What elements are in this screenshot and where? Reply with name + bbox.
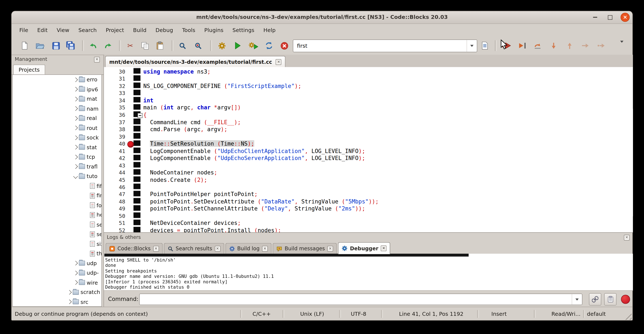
code-line[interactable]	[143, 162, 633, 169]
menu-debug[interactable]: Debug	[151, 24, 178, 37]
combo-chevron-icon[interactable]	[466, 40, 477, 52]
code-line[interactable]: NetDeviceContainer devices;	[143, 220, 633, 227]
find-button[interactable]	[177, 40, 188, 52]
menu-plugins[interactable]: Plugins	[200, 24, 228, 37]
code-line[interactable]: {	[143, 112, 633, 119]
code-line[interactable]: cmd.Parse (argc, argv);	[143, 126, 633, 133]
chevron-right-icon[interactable]	[73, 116, 78, 121]
chevron-right-icon[interactable]	[73, 280, 78, 285]
breakpoint-icon[interactable]	[127, 141, 134, 148]
resize-grip[interactable]	[624, 312, 632, 320]
close-button[interactable]: ×	[620, 13, 630, 22]
chevron-right-icon[interactable]	[73, 271, 78, 275]
tree-item-udp[interactable]: udp	[13, 258, 102, 268]
tree-item-six[interactable]: six	[13, 239, 102, 249]
menu-view[interactable]: View	[52, 24, 74, 37]
tree-item-fo[interactable]: fo	[13, 200, 102, 210]
logs-tab-build-messages[interactable]: Build messages×	[273, 243, 337, 254]
open-file-button[interactable]	[34, 40, 45, 52]
tree-item-erro[interactable]: erro	[13, 75, 102, 85]
build-target-combo[interactable]: first	[293, 40, 477, 52]
tree-item-nam[interactable]: nam	[13, 104, 102, 114]
command-chevron-icon[interactable]	[572, 294, 582, 304]
code-line[interactable]: NS_LOG_COMPONENT_DEFINE ("FirstScriptExa…	[143, 83, 633, 90]
code-line[interactable]: devices = pointToPoint.Install (nodes);	[143, 227, 633, 232]
step-out-button[interactable]	[564, 40, 575, 52]
code-line[interactable]: pointToPoint.SetChannelAttribute ("Delay…	[143, 205, 633, 212]
fold-marker-icon[interactable]	[138, 113, 142, 118]
tree-item-rout[interactable]: rout	[13, 123, 102, 133]
copy-log-button[interactable]	[604, 293, 616, 305]
chevron-right-icon[interactable]	[73, 155, 78, 159]
copy-button[interactable]	[140, 40, 150, 52]
redo-button[interactable]	[103, 40, 113, 52]
tree-item-se[interactable]: se	[13, 229, 102, 239]
tab-projects[interactable]: Projects	[13, 65, 45, 75]
chevron-right-icon[interactable]	[73, 135, 78, 140]
code-line[interactable]: int	[143, 97, 633, 104]
tab-close-icon[interactable]: ×	[381, 245, 386, 251]
save-all-button[interactable]	[65, 40, 76, 52]
code-line[interactable]: LogComponentEnable ("UdpEchoClientApplic…	[143, 148, 633, 155]
menu-search[interactable]: Search	[74, 24, 101, 37]
code-line[interactable]: Time::SetResolution (Time::NS);	[143, 140, 633, 148]
chevron-right-icon[interactable]	[73, 164, 78, 169]
breakpoint-margin[interactable]	[134, 67, 140, 232]
chevron-right-icon[interactable]	[73, 87, 78, 92]
tab-close-icon[interactable]: ×	[276, 59, 282, 65]
code-line[interactable]: PointToPointHelper pointToPoint;	[143, 191, 633, 198]
run-button[interactable]	[232, 40, 243, 52]
logs-tab-code-blocks[interactable]: Code::Blocks×	[106, 243, 162, 254]
step-into-instruction-button[interactable]	[596, 40, 606, 52]
chevron-right-icon[interactable]	[73, 145, 78, 150]
tree-item-fif[interactable]: fif	[13, 181, 102, 191]
compile-current-file-button[interactable]	[479, 40, 490, 52]
paste-button[interactable]	[155, 40, 165, 52]
tree-item-ipv6[interactable]: ipv6	[13, 85, 102, 94]
code-line[interactable]: using namespace ns3;	[143, 68, 633, 75]
abort-build-button[interactable]	[279, 40, 290, 52]
attach-button[interactable]	[589, 293, 601, 305]
chevron-down-icon[interactable]	[73, 174, 78, 179]
tree-item-th[interactable]: th	[13, 249, 102, 258]
code-line[interactable]: CommandLine cmd (__FILE__);	[143, 119, 633, 126]
code-line[interactable]: main (int argc, char *argv[])	[143, 104, 633, 112]
chevron-right-icon[interactable]	[73, 126, 78, 130]
code-line[interactable]	[143, 184, 633, 191]
tab-close-icon[interactable]: ×	[262, 246, 268, 251]
code-line[interactable]	[143, 133, 633, 140]
next-line-button[interactable]	[533, 40, 543, 52]
toolbar-overflow-chevron[interactable]	[620, 43, 624, 51]
menu-file[interactable]: File	[15, 24, 33, 37]
code-line[interactable]: NodeContainer nodes;	[143, 169, 633, 176]
chevron-right-icon[interactable]	[73, 261, 78, 265]
code-line[interactable]	[143, 90, 633, 97]
chevron-right-icon[interactable]	[73, 97, 78, 101]
tree-item-trafl[interactable]: trafl	[13, 162, 102, 171]
maximize-button[interactable]	[606, 13, 614, 22]
editor-tab[interactable]: mnt/dev/tools/source/ns-3-dev/examples/t…	[105, 56, 286, 67]
code-line[interactable]	[143, 76, 633, 83]
tree-item-tcp[interactable]: tcp	[13, 152, 102, 162]
titlebar[interactable]: mnt/dev/tools/source/ns-3-dev/examples/t…	[12, 11, 632, 24]
menu-edit[interactable]: Edit	[33, 24, 52, 37]
menu-help[interactable]: Help	[259, 24, 280, 37]
chevron-right-icon[interactable]	[73, 77, 78, 82]
tab-close-icon[interactable]: ×	[215, 246, 220, 251]
next-instruction-button[interactable]	[580, 40, 590, 52]
code-editor[interactable]: 30using namespace ns3;3132NS_LOG_COMPONE…	[104, 67, 633, 232]
code-line[interactable]: nodes.Create (2);	[143, 176, 633, 184]
save-button[interactable]	[50, 40, 61, 52]
management-close-icon[interactable]: ×	[94, 57, 100, 63]
stop-debugger-button[interactable]	[621, 295, 630, 304]
undo-button[interactable]	[88, 40, 98, 52]
build-button[interactable]	[216, 40, 227, 52]
logs-tab-debugger[interactable]: Debugger×	[338, 242, 390, 254]
tree-item-mat[interactable]: mat	[13, 94, 102, 104]
logs-tab-build-log[interactable]: Build log×	[225, 243, 272, 254]
tree-item-tuto[interactable]: tuto	[13, 171, 102, 181]
tree-item-fir[interactable]: fir	[13, 191, 102, 200]
run-to-cursor-button[interactable]	[517, 40, 528, 52]
cut-button[interactable]: ✂	[125, 40, 136, 52]
chevron-right-icon[interactable]	[67, 300, 72, 304]
